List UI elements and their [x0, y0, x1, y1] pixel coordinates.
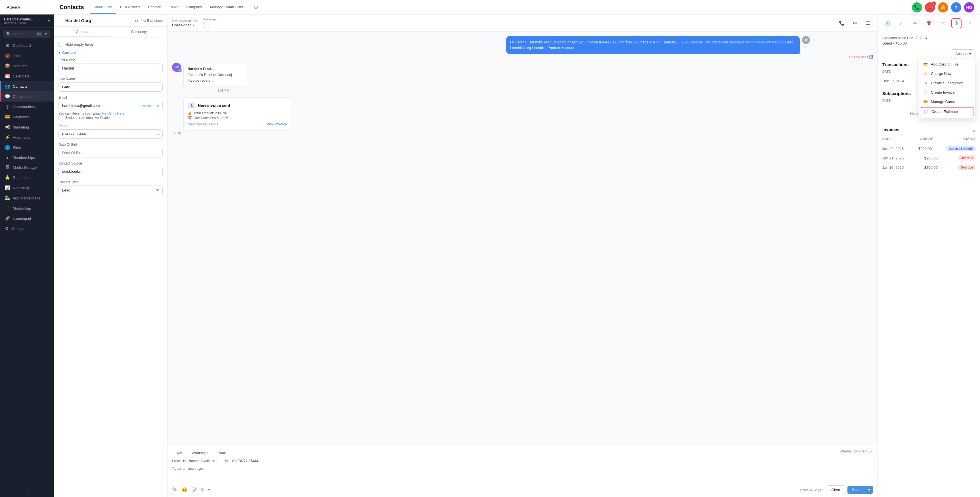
snippet-icon[interactable]: 📝 [191, 487, 197, 492]
invoice-link[interactable]: https://link.fastpaydirect.com/l/e1Vms50… [712, 40, 784, 44]
rp-icon-calendar[interactable]: 📅 [924, 18, 934, 29]
invoice-due-date: 📅 Due Date: Feb 5, 2025 [188, 116, 287, 120]
first-name-input[interactable] [59, 64, 163, 73]
sidebar-item-label-dashboard: Dashboard [13, 43, 31, 48]
sidebar-item-automation[interactable]: ⚡Automation [0, 132, 54, 142]
dropdown-item-create_estimate[interactable]: 📄Create Estimate [921, 107, 974, 116]
sidebar-item-reputation[interactable]: ⭐Reputation [0, 173, 54, 183]
contact-section-header[interactable]: ▾ Contact [59, 51, 163, 55]
rp-icon-network[interactable]: ⑂ [965, 18, 975, 29]
dropdown-item-create_subscription[interactable]: 🖥Create Subscription [919, 78, 975, 88]
phone-icon-button[interactable]: 📞 [912, 2, 922, 13]
dob-input[interactable] [59, 148, 163, 157]
sidebar-item-conversations[interactable]: 💬Conversations [0, 91, 54, 102]
sidebar-item-reporting[interactable]: 📊Reporting [0, 183, 54, 193]
exclude-email-checkbox[interactable] [59, 116, 63, 120]
retry-icon[interactable]: 🔄 [869, 55, 873, 59]
phone-input[interactable] [59, 129, 163, 139]
message-input[interactable] [172, 465, 873, 482]
reverify-link[interactable]: Re-Verify Here [102, 111, 125, 116]
tab-email[interactable]: Email [213, 449, 229, 457]
back-button[interactable]: ← [59, 18, 62, 23]
sidebar-item-sites[interactable]: 🌐Sites [0, 142, 54, 152]
sidebar-item-memberships[interactable]: ♦Memberships [0, 152, 54, 162]
sidebar-collapse-button[interactable]: ‹ [0, 485, 54, 494]
last-name-input[interactable] [59, 82, 163, 92]
tab-whatsapp[interactable]: WhatsApp [188, 449, 212, 457]
tab-company[interactable]: Company [111, 27, 167, 37]
topbar-nav-company[interactable]: Company [182, 1, 206, 14]
tab-sms[interactable]: SMS [172, 449, 187, 457]
contact-source-input[interactable] [59, 167, 163, 176]
rp-icon-clock[interactable]: 🕐 [882, 18, 892, 29]
sidebar-item-contacts[interactable]: 👥Contacts [0, 81, 54, 91]
topbar-nav-smart-lists[interactable]: Smart Lists [90, 1, 116, 14]
dropdown-item-manage_cards[interactable]: 💳Manage Cards [919, 97, 975, 106]
send-split-button[interactable]: ▾ [865, 486, 873, 494]
rp-icon-dollar[interactable]: $ [951, 18, 961, 29]
sidebar-item-launchpad[interactable]: 🚀Launchpad [0, 213, 54, 224]
payment-icon[interactable]: $ [201, 487, 204, 492]
sidebar-item-dashboard[interactable]: ⊞Dashboard [0, 40, 54, 51]
sidebar-item-marketing[interactable]: 📢Marketing [0, 122, 54, 132]
bell-icon-button[interactable]: 🔔 [938, 2, 948, 13]
call-action-button[interactable]: 📞 [837, 18, 847, 28]
dropdown-item-charge_now[interactable]: ⚡Charge Now [919, 69, 975, 78]
new-button[interactable]: ✦ [44, 31, 48, 37]
chat-footer-icons: 📎 😊 📝 $ + [172, 487, 210, 492]
account-switcher[interactable]: Harshit's Product Ac... New York, Punjab… [0, 14, 54, 27]
rp-icon-check[interactable]: ✓ [896, 18, 907, 29]
hide-empty-checkbox[interactable] [59, 42, 63, 46]
sidebar-item-opportunities[interactable]: ◎Opportunities [0, 102, 54, 112]
invoices-external-link-icon[interactable]: ⧉ [973, 129, 975, 133]
tab-contact[interactable]: Contact [54, 27, 111, 37]
sidebar-item-calendars[interactable]: 📅Calendars [0, 71, 54, 81]
sidebar-item-products[interactable]: 📦Products [0, 61, 54, 71]
attachment-icon[interactable]: 📎 [172, 487, 178, 492]
expand-icon[interactable]: ⤢ [870, 449, 873, 454]
actions-button[interactable]: Actions ▾ [951, 49, 975, 58]
dropdown-item-create_invoice[interactable]: 📄Create Invoice [919, 88, 975, 97]
phone-edit-icon[interactable]: ✏ [157, 132, 160, 136]
sidebar-item-media_storage[interactable]: 🗄Media Storage [0, 162, 54, 173]
help-icon-button[interactable]: ? [951, 2, 961, 13]
email-edit-icon[interactable]: ✏ [157, 103, 160, 108]
user-avatar[interactable]: HG [964, 2, 974, 13]
sidebar-item-mobile_app[interactable]: 📱Mobile App [0, 203, 54, 213]
plus-icon[interactable]: + [207, 487, 210, 492]
dob-label: Date Of Birth [59, 143, 163, 147]
menu-action-button[interactable]: ☰ [863, 18, 873, 28]
topbar-nav-tasks[interactable]: Tasks [165, 1, 182, 14]
prev-arrow[interactable]: ◂ [134, 19, 136, 23]
rp-icon-pencil[interactable]: ✏ [910, 18, 920, 29]
sidebar-item-payments[interactable]: 💳Payments [0, 112, 54, 122]
sidebar-item-label-launchpad: Launchpad [13, 216, 31, 221]
next-arrow[interactable]: ▸ [137, 19, 139, 23]
clear-button[interactable]: Clear [827, 485, 845, 494]
settings-gear-icon[interactable]: ⚙ [251, 2, 261, 13]
email-action-button[interactable]: ✉ [850, 18, 860, 28]
emoji-icon[interactable]: 😊 [182, 487, 188, 492]
dropdown-item-add_card[interactable]: 💳Add Card on File [919, 60, 975, 69]
contact-type-select[interactable]: Lead [59, 186, 163, 195]
invoice-date-header: Date [882, 137, 891, 140]
sidebar-item-app_marketplace[interactable]: 🏪App Marketplace [0, 193, 54, 203]
view-invoice-button[interactable]: View invoice [267, 122, 287, 126]
sidebar-item-settings[interactable]: ⚙ Settings [0, 224, 54, 234]
internal-comment-button[interactable]: Internal Comment [840, 449, 867, 453]
search-box[interactable]: 🔍 ⌘K ✦ [3, 30, 51, 38]
sidebar-item-jobs[interactable]: 💼Jobs [0, 51, 54, 61]
page-title: Contacts [60, 4, 84, 11]
topbar-nav-manage-smart-lists[interactable]: Manage Smart Lists [206, 1, 247, 14]
topbar-nav-bulk-actions[interactable]: Bulk Actions [116, 1, 144, 14]
owner-value[interactable]: Unassigned ▾ [172, 23, 197, 27]
to-selector[interactable]: +91 74777 35444 ▾ [231, 459, 261, 463]
from-selector[interactable]: No Number Available ▾ [183, 459, 218, 463]
add-follower-button[interactable]: + [203, 22, 210, 29]
last-name-label: Last Name [59, 77, 163, 81]
search-input[interactable] [13, 32, 34, 36]
megaphone-icon-button[interactable]: 📣 3 [925, 2, 935, 13]
topbar-nav-restore[interactable]: Restore [144, 1, 165, 14]
rp-icon-document[interactable]: 📄 [938, 18, 948, 29]
send-button[interactable]: Send [848, 486, 865, 494]
